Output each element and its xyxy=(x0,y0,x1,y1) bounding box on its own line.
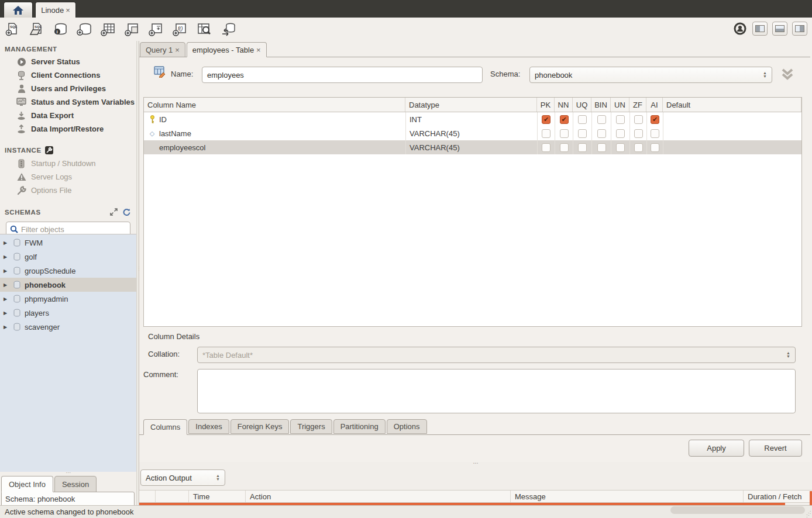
create-table-icon[interactable] xyxy=(101,22,116,37)
create-schema-icon[interactable] xyxy=(77,22,92,37)
col-header-nn[interactable]: NN xyxy=(555,98,573,112)
output-col-time[interactable]: Time xyxy=(189,491,246,502)
output-splitter[interactable]: ⋯ xyxy=(139,462,812,468)
output-col-blank2[interactable] xyxy=(156,491,189,502)
bin-checkbox[interactable]: ✔ xyxy=(597,143,606,152)
subtab-options[interactable]: Options xyxy=(387,419,427,434)
expander-icon[interactable]: ▶ xyxy=(4,296,9,302)
output-col-message[interactable]: Message xyxy=(511,491,744,502)
horizontal-scrollbar[interactable] xyxy=(670,506,805,514)
col-header-ai[interactable]: AI xyxy=(646,98,663,112)
create-procedure-icon[interactable] xyxy=(149,22,164,37)
pk-checkbox[interactable]: ✔ xyxy=(542,115,550,124)
create-view-icon[interactable] xyxy=(125,22,140,37)
toggle-bottom-panel-icon[interactable] xyxy=(772,22,787,36)
table-row[interactable]: ID INT ✔ ✔ ✔ ✔ ✔ ✔ ✔ xyxy=(144,112,801,126)
sidebar-splitter[interactable]: ⋯ xyxy=(0,472,136,476)
schema-item-golf[interactable]: ▶ golf xyxy=(0,250,136,264)
uq-checkbox[interactable]: ✔ xyxy=(578,143,587,152)
subtab-indexes[interactable]: Indexes xyxy=(188,419,229,434)
output-col-action[interactable]: Action xyxy=(246,491,511,502)
sidebar-item-users-privileges[interactable]: Users and Privileges xyxy=(0,82,136,95)
bin-checkbox[interactable]: ✔ xyxy=(597,129,606,138)
revert-button[interactable]: Revert xyxy=(749,440,802,457)
sidebar-item-data-import[interactable]: Data Import/Restore xyxy=(0,122,136,136)
col-header-default[interactable]: Default xyxy=(663,98,801,112)
un-checkbox[interactable]: ✔ xyxy=(616,129,625,138)
close-icon[interactable]: × xyxy=(66,6,70,15)
sidebar-item-data-export[interactable]: Data Export xyxy=(0,109,136,122)
table-row-selected[interactable]: employeescol VARCHAR(45) ✔ ✔ ✔ ✔ ✔ ✔ ✔ xyxy=(144,140,801,154)
refresh-schemas-icon[interactable] xyxy=(122,208,130,216)
apply-button[interactable]: Apply xyxy=(689,440,744,457)
col-header-bin[interactable]: BIN xyxy=(591,98,611,112)
reconnect-server-icon[interactable] xyxy=(221,22,236,37)
uq-checkbox[interactable]: ✔ xyxy=(578,115,587,124)
schema-item-phpmyadmin[interactable]: ▶ phpmyadmin xyxy=(0,292,136,306)
toggle-right-panel-icon[interactable] xyxy=(792,22,807,36)
tab-object-info[interactable]: Object Info xyxy=(1,476,53,492)
expander-icon[interactable]: ▶ xyxy=(4,324,9,330)
schema-filter-input[interactable] xyxy=(21,225,126,234)
output-scrollbar[interactable] xyxy=(810,491,812,505)
ai-checkbox[interactable]: ✔ xyxy=(651,115,659,124)
col-header-un[interactable]: UN xyxy=(611,98,629,112)
col-header-datatype[interactable]: Datatype xyxy=(405,98,537,112)
tab-session[interactable]: Session xyxy=(54,476,97,492)
output-col-duration[interactable]: Duration / Fetch xyxy=(744,491,812,502)
schema-item-groupschedule[interactable]: ▶ groupSchedule xyxy=(0,264,136,278)
col-header-zf[interactable]: ZF xyxy=(629,98,646,112)
new-sql-tab-icon[interactable]: SQL xyxy=(5,22,20,37)
close-icon[interactable]: × xyxy=(175,46,180,54)
expand-schemas-icon[interactable] xyxy=(110,208,118,216)
schema-item-phonebook[interactable]: ▶ phonebook xyxy=(0,278,136,292)
output-col-blank[interactable] xyxy=(139,491,156,502)
sidebar-item-server-logs[interactable]: Server Logs xyxy=(0,170,136,184)
expander-icon[interactable]: ▶ xyxy=(4,310,9,316)
ai-checkbox[interactable]: ✔ xyxy=(651,143,659,152)
schema-select[interactable]: phonebook ▲▼ xyxy=(529,67,772,83)
nn-checkbox[interactable]: ✔ xyxy=(560,143,569,152)
expander-icon[interactable]: ▶ xyxy=(4,240,9,246)
expander-icon[interactable]: ▶ xyxy=(4,282,9,288)
subtab-foreign-keys[interactable]: Foreign Keys xyxy=(230,419,290,434)
sidebar-item-system-variables[interactable]: Status and System Variables xyxy=(0,95,136,109)
connection-tab[interactable]: Linode × xyxy=(35,2,76,18)
schema-item-scavenger[interactable]: ▶ scavenger xyxy=(0,320,136,334)
collation-select[interactable]: *Table Default* ▲▼ xyxy=(197,347,796,363)
toggle-left-panel-icon[interactable] xyxy=(752,22,768,36)
user-circle-icon[interactable] xyxy=(732,21,748,36)
spinner-icon[interactable]: ▲▼ xyxy=(763,71,767,78)
schema-inspector-icon[interactable]: i xyxy=(53,22,68,37)
nn-checkbox[interactable]: ✔ xyxy=(560,129,569,138)
bin-checkbox[interactable]: ✔ xyxy=(597,115,606,124)
subtab-columns[interactable]: Columns xyxy=(143,419,187,435)
schema-item-players[interactable]: ▶ players xyxy=(0,306,136,320)
expand-header-chevron-icon[interactable] xyxy=(780,67,795,82)
expander-icon[interactable]: ▶ xyxy=(4,254,9,260)
subtab-triggers[interactable]: Triggers xyxy=(290,419,332,434)
zf-checkbox[interactable]: ✔ xyxy=(634,129,643,138)
zf-checkbox[interactable]: ✔ xyxy=(634,143,643,152)
output-selector[interactable]: Action Output ▲▼ xyxy=(140,469,225,486)
create-function-icon[interactable]: f() xyxy=(173,22,188,37)
resize-grip[interactable]: ⋰⋰ xyxy=(806,512,811,517)
tab-employees-table[interactable]: employees - Table × xyxy=(187,42,267,57)
un-checkbox[interactable]: ✔ xyxy=(616,115,625,124)
pk-checkbox[interactable]: ✔ xyxy=(542,143,550,152)
schema-item-fwm[interactable]: ▶ FWM xyxy=(0,236,136,250)
col-header-name[interactable]: Column Name xyxy=(144,98,405,112)
pk-checkbox[interactable]: ✔ xyxy=(542,129,550,138)
subtab-partitioning[interactable]: Partitioning xyxy=(333,419,386,434)
col-header-uq[interactable]: UQ xyxy=(573,98,591,112)
tab-query-1[interactable]: Query 1 × xyxy=(140,42,185,57)
sidebar-item-options-file[interactable]: Options File xyxy=(0,184,136,197)
comment-textarea[interactable] xyxy=(197,369,796,413)
zf-checkbox[interactable]: ✔ xyxy=(634,115,643,124)
search-table-data-icon[interactable] xyxy=(197,22,212,37)
sidebar-item-startup-shutdown[interactable]: Startup / Shutdown xyxy=(0,157,136,170)
home-tab[interactable] xyxy=(4,2,33,18)
open-sql-script-icon[interactable]: SQL xyxy=(29,22,44,37)
uq-checkbox[interactable]: ✔ xyxy=(578,129,587,138)
sidebar-item-server-status[interactable]: Server Status xyxy=(0,55,136,68)
